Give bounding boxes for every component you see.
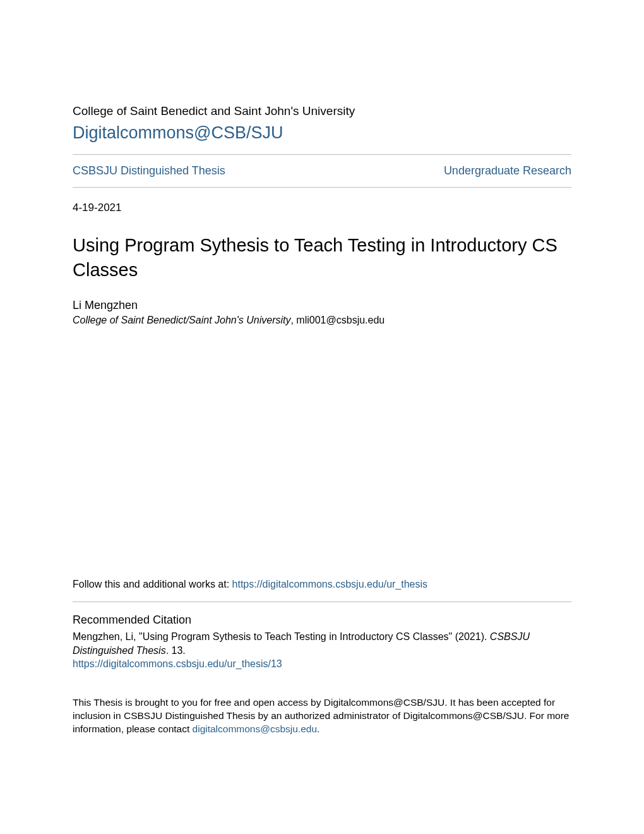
author-affiliation: College of Saint Benedict/Saint John's U… xyxy=(73,315,571,326)
institution-name: College of Saint Benedict and Saint John… xyxy=(73,104,571,118)
citation-url[interactable]: https://digitalcommons.csbsju.edu/ur_the… xyxy=(73,658,571,670)
contact-email-link[interactable]: digitalcommons@csbsju.edu xyxy=(193,723,318,734)
repository-link[interactable]: Digitalcommons@CSB/SJU xyxy=(73,123,571,143)
author-email: , mli001@csbsju.edu xyxy=(290,315,385,325)
footer-statement: This Thesis is brought to you for free a… xyxy=(73,696,571,736)
citation-section: Recommended Citation Mengzhen, Li, "Usin… xyxy=(73,613,571,670)
citation-after: . 13. xyxy=(166,645,186,656)
collection-link[interactable]: CSBSJU Distinguished Thesis xyxy=(73,164,225,178)
author-name: Li Mengzhen xyxy=(73,299,571,312)
follow-link[interactable]: https://digitalcommons.csbsju.edu/ur_the… xyxy=(232,579,427,589)
footer-before: This Thesis is brought to you for free a… xyxy=(73,697,569,734)
divider-bottom xyxy=(73,187,571,188)
follow-section: Follow this and additional works at: htt… xyxy=(73,579,571,590)
paper-title: Using Program Sythesis to Teach Testing … xyxy=(73,233,571,282)
affiliation-text: College of Saint Benedict/Saint John's U… xyxy=(73,315,290,325)
footer-after: . xyxy=(317,723,319,734)
divider-citation xyxy=(73,601,571,602)
publication-date: 4-19-2021 xyxy=(73,202,571,214)
citation-text: Mengzhen, Li, "Using Program Sythesis to… xyxy=(73,630,571,657)
citation-heading: Recommended Citation xyxy=(73,613,571,627)
category-link[interactable]: Undergraduate Research xyxy=(444,164,571,178)
follow-prefix: Follow this and additional works at: xyxy=(73,579,232,589)
citation-before: Mengzhen, Li, "Using Program Sythesis to… xyxy=(73,631,490,642)
breadcrumb-nav: CSBSJU Distinguished Thesis Undergraduat… xyxy=(73,155,571,187)
